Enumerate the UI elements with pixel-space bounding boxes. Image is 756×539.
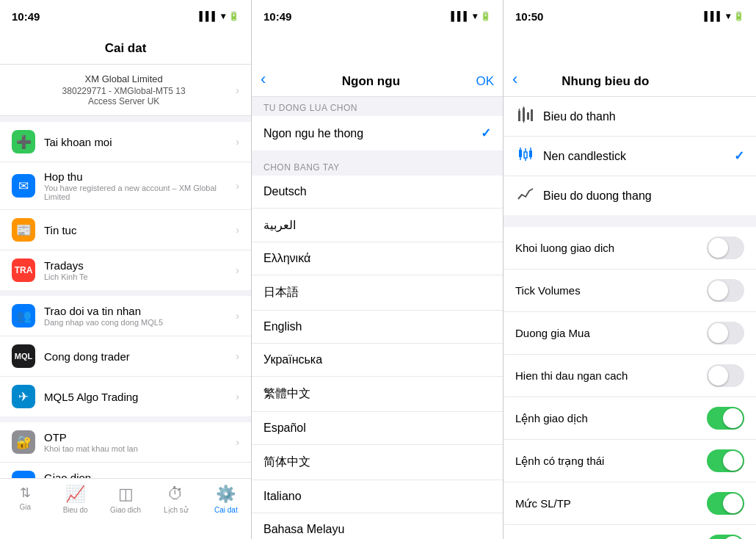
lenh-co-trang-toggle[interactable] — [707, 449, 744, 472]
status-time-3: 10:50 — [515, 10, 543, 23]
otp-chevron: › — [236, 436, 239, 448]
mql5-icon: ✈ — [12, 385, 35, 408]
status-bar-1: 10:49 ▌▌▌ ▾ 🔋 — [0, 0, 251, 32]
toggle-lenh-giao-dich: Lệnh giao dịch — [504, 397, 756, 440]
tab-cai-dat[interactable]: ⚙️ Cai dat — [201, 485, 251, 514]
otp-sublabel: Khoi tao mat khau mot lan — [44, 444, 236, 453]
duong-gia-toggle[interactable] — [707, 322, 744, 344]
muc-sl-tp-toggle[interactable] — [707, 492, 744, 515]
tab-lich-su-label: Lịch sử — [164, 506, 188, 514]
tab-bieu-do[interactable]: 📈 Bieu do — [50, 485, 100, 514]
cong-dong-icon: MQL — [12, 344, 35, 368]
menu-item-cong-dong[interactable]: MQL Cong dong trader › — [0, 336, 251, 377]
lang-ok-button[interactable]: OK — [476, 74, 494, 89]
menu-section-1: ➕ Tai khoan moi › ✉ Hop thu You have reg… — [0, 122, 251, 290]
giao-dien-icon: A — [12, 471, 35, 478]
lich-su-toggle[interactable] — [707, 535, 744, 539]
lang-item-malay[interactable]: Bahasa Melayu — [252, 513, 503, 539]
menu-item-giao-dien[interactable]: A Giao dien Tiếng việt › — [0, 463, 251, 478]
menu-item-tin-tuc[interactable]: 📰 Tin tuc › — [0, 210, 251, 250]
menu-item-mql5[interactable]: ✈ MQL5 Algo Trading › — [0, 377, 251, 416]
cong-dong-label: Cong dong trader — [44, 350, 236, 363]
chart-settings-panel: 10:50 ▌▌▌ ▾ 🔋 ‹ Nhung bieu do — [504, 0, 756, 539]
muc-sl-tp-label: Mức SL/TP — [515, 497, 707, 510]
status-icons-2: ▌▌▌ ▾ 🔋 — [451, 11, 491, 21]
tab-bieu-do-label: Bieu do — [63, 506, 88, 514]
lenh-giao-dich-label: Lệnh giao dịch — [515, 412, 707, 425]
lang-item-he-thong[interactable]: Ngon ngu he thong ✓ — [252, 116, 503, 151]
toggle-section-1: Khoi luong giao dich Tick Volumes Duong … — [504, 227, 756, 539]
toggle-lich-su: Lịch sử giao dịch — [504, 525, 756, 539]
lang-item-ukrainian[interactable]: Українська — [252, 344, 503, 377]
status-icons-3: ▌▌▌ ▾ 🔋 — [704, 11, 744, 21]
separator-1 — [504, 221, 756, 227]
trao-doi-icon: 👥 — [12, 304, 35, 328]
settings-menu-list: ➕ Tai khoan moi › ✉ Hop thu You have reg… — [0, 122, 251, 478]
menu-item-otp[interactable]: 🔐 OTP Khoi tao mat khau mot lan › — [0, 422, 251, 463]
chart-type-candle[interactable]: Nen candlestick ✓ — [504, 137, 756, 176]
menu-item-tradays[interactable]: TRA Tradays Lich Kinh Te › — [0, 250, 251, 290]
hien-thi-label: Hien thi dau ngan cach — [515, 369, 707, 382]
auto-section-header: TU DONG LUA CHON — [252, 97, 503, 116]
lang-ukrainian-name: Українська — [263, 353, 491, 366]
tab-giao-dich[interactable]: ◫ Giao dich — [101, 485, 150, 514]
lang-arabic-name: العربية — [263, 218, 491, 232]
tab-gia-icon: ⇅ — [20, 485, 31, 501]
tick-volumes-toggle[interactable] — [707, 279, 744, 302]
trao-doi-text: Trao doi va tin nhan Dang nhap vao cong … — [44, 305, 236, 327]
lang-italian-name: Italiano — [263, 490, 491, 503]
svg-rect-6 — [527, 112, 529, 120]
giao-dien-text: Giao dien Tiếng việt — [44, 471, 236, 479]
khoi-luong-toggle[interactable] — [707, 236, 744, 259]
bar-chart-icon — [515, 106, 536, 126]
tab-cai-dat-icon: ⚙️ — [216, 485, 236, 504]
candle-check-icon: ✓ — [734, 148, 744, 164]
lang-item-japanese[interactable]: 日本語 — [252, 275, 503, 311]
server-name: Access Server UK — [12, 96, 236, 106]
toggle-khoi-luong: Khoi luong giao dich — [504, 227, 756, 270]
lang-item-italian[interactable]: Italiano — [252, 480, 503, 513]
tin-tuc-icon: 📰 — [12, 218, 35, 242]
lang-item-arabic[interactable]: العربية — [252, 209, 503, 242]
chart-type-bar[interactable]: Bieu do thanh — [504, 97, 756, 137]
lenh-giao-dich-toggle[interactable] — [707, 407, 744, 430]
account-chevron-icon: › — [236, 84, 239, 96]
hien-thi-toggle[interactable] — [707, 364, 744, 387]
status-time-1: 10:49 — [12, 10, 40, 23]
lang-item-english[interactable]: English — [252, 311, 503, 344]
auto-lang-list: Ngon ngu he thong ✓ — [252, 116, 503, 151]
battery-icon: 🔋 — [228, 11, 239, 21]
wifi-icon-2: ▾ — [473, 11, 477, 21]
trao-doi-label: Trao doi va tin nhan — [44, 305, 236, 317]
svg-rect-7 — [531, 109, 533, 121]
toggle-muc-sl-tp: Mức SL/TP — [504, 482, 756, 525]
lang-item-trad-chinese[interactable]: 繁體中文 — [252, 377, 503, 412]
cong-dong-chevron: › — [236, 350, 239, 362]
lang-item-deutsch[interactable]: Deutsch — [252, 176, 503, 209]
lang-simp-chinese-name: 简体中文 — [263, 455, 491, 470]
tab-giao-dich-label: Giao dich — [110, 506, 141, 514]
tick-volumes-label: Tick Volumes — [515, 284, 707, 297]
account-section[interactable]: XM Global Limited 380229771 - XMGlobal-M… — [0, 65, 251, 116]
lang-item-greek[interactable]: Ελληνικά — [252, 242, 503, 275]
tab-gia[interactable]: ⇅ Gia — [0, 485, 50, 511]
menu-item-hop-thu[interactable]: ✉ Hop thu You have registered a new acco… — [0, 162, 251, 210]
chart-type-line[interactable]: Bieu do duong thang — [504, 176, 756, 215]
menu-item-trao-doi[interactable]: 👥 Trao doi va tin nhan Dang nhap vao con… — [0, 296, 251, 336]
otp-icon: 🔐 — [12, 430, 35, 454]
toggle-duong-gia: Duong gia Mua — [504, 312, 756, 355]
tab-bar: ⇅ Gia 📈 Bieu do ◫ Giao dich ⏱ Lịch sử ⚙️… — [0, 478, 251, 539]
account-number: 380229771 - XMGlobal-MT5 13 — [12, 86, 236, 96]
menu-item-tai-khoan[interactable]: ➕ Tai khoan moi › — [0, 122, 251, 162]
hop-thu-sublabel: You have registered a new account – XM G… — [44, 184, 236, 201]
language-panel: 10:49 ▌▌▌ ▾ 🔋 ‹ Ngon ngu OK TU DONG LUA … — [252, 0, 504, 539]
tab-lich-su[interactable]: ⏱ Lịch sử — [150, 485, 200, 514]
lang-item-spanish[interactable]: Español — [252, 412, 503, 445]
chart-back-button[interactable]: ‹ — [512, 70, 517, 89]
lang-item-simp-chinese[interactable]: 简体中文 — [252, 445, 503, 480]
line-chart-icon — [515, 186, 536, 206]
lang-back-button[interactable]: ‹ — [261, 70, 266, 89]
status-bar-2: 10:49 ▌▌▌ ▾ 🔋 — [252, 0, 503, 32]
tab-bieu-do-icon: 📈 — [65, 485, 85, 504]
battery-icon-3: 🔋 — [733, 11, 744, 21]
